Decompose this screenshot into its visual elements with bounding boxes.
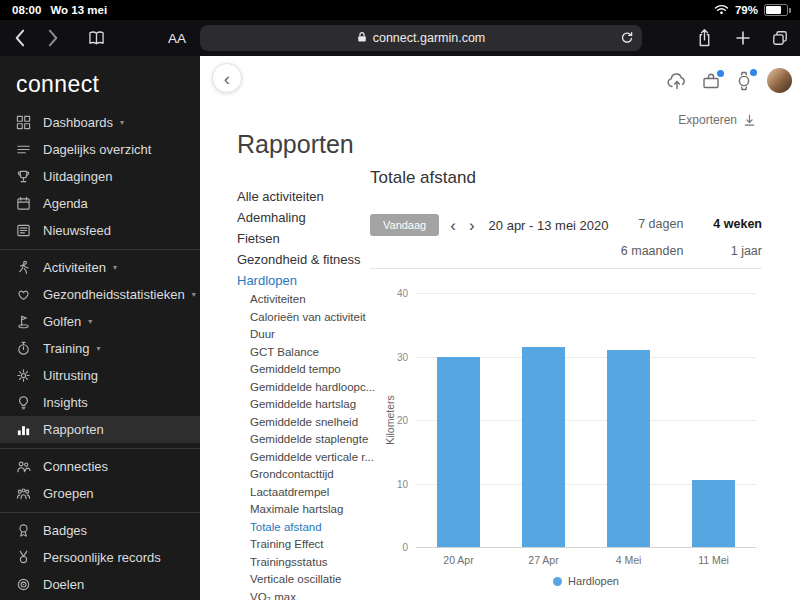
connect-logo: connect xyxy=(0,56,200,109)
report-nav-verticale-oscillatie[interactable]: Verticale oscillatie xyxy=(237,571,371,589)
report-nav-calorie-n-van-activiteit[interactable]: Calorieën van activiteit xyxy=(237,309,371,327)
report-nav-gemiddelde-hardloopc[interactable]: Gemiddelde hardloopc... xyxy=(237,379,371,397)
wifi-icon xyxy=(714,4,729,17)
export-button[interactable]: Exporteren xyxy=(678,113,756,127)
sidebar-item-badges[interactable]: Badges xyxy=(0,517,200,544)
avatar[interactable] xyxy=(767,68,792,93)
golf-icon xyxy=(16,314,32,329)
report-nav-totale-afstand[interactable]: Totale afstand xyxy=(237,519,371,537)
new-tab-icon[interactable] xyxy=(736,31,750,45)
today-button[interactable]: Vandaag xyxy=(370,214,439,236)
sidebar-item-doelen[interactable]: Doelen xyxy=(0,571,200,598)
sidebar-item-activiteiten[interactable]: Activiteiten▾ xyxy=(0,254,200,281)
sidebar-item-label: Nieuwsfeed xyxy=(43,223,111,238)
sidebar-item-label: Training xyxy=(43,341,89,356)
refresh-icon[interactable] xyxy=(620,31,634,45)
range-option-6-maanden[interactable]: 6 maanden xyxy=(621,244,684,258)
browser-back-button[interactable] xyxy=(14,29,25,48)
report-nav-training-effect[interactable]: Training Effect xyxy=(237,536,371,554)
header-icons xyxy=(666,68,792,93)
report-nav-vo-max[interactable]: VO₂ max. xyxy=(237,589,371,600)
chart-legend: Hardlopen xyxy=(416,575,756,587)
text-size-button[interactable]: AA xyxy=(168,31,186,46)
period-controls: Vandaag ‹ › 20 apr - 13 mei 2020 xyxy=(370,214,609,236)
gear-icon xyxy=(16,368,32,383)
runner-icon xyxy=(16,260,32,275)
sidebar-item-agenda[interactable]: Agenda xyxy=(0,190,200,217)
report-nav-hardlopen[interactable]: Hardlopen xyxy=(237,270,371,291)
main-content: ‹ Exporteren Rapporten Alle activiteiten… xyxy=(200,56,800,600)
sidebar-item-label: Gezondheidsstatistieken xyxy=(43,287,185,302)
bookmarks-icon[interactable] xyxy=(88,31,105,46)
sidebar-divider xyxy=(0,249,200,250)
bar-20-apr xyxy=(437,357,480,548)
address-bar[interactable]: connect.garmin.com xyxy=(200,25,642,51)
battery-percent: 79% xyxy=(735,4,758,16)
report-nav-trainingsstatus[interactable]: Trainingsstatus xyxy=(237,554,371,572)
share-icon[interactable] xyxy=(697,29,712,48)
report-nav: Alle activiteitenAdemhalingFietsenGezond… xyxy=(237,186,371,600)
sidebar-item-uitrusting[interactable]: Uitrusting xyxy=(0,362,200,389)
cloud-upload-icon[interactable] xyxy=(666,72,688,90)
y-axis-tick: 20 xyxy=(397,415,408,426)
report-nav-maximale-hartslag[interactable]: Maximale hartslag xyxy=(237,501,371,519)
report-nav-gemiddelde-staplengte[interactable]: Gemiddelde staplengte xyxy=(237,431,371,449)
range-option-7-dagen[interactable]: 7 dagen xyxy=(638,217,683,231)
sidebar-item-connecties[interactable]: Connecties xyxy=(0,453,200,480)
sidebar-item-label: Persoonlijke records xyxy=(43,550,161,565)
sidebar-item-label: Uitdagingen xyxy=(43,169,112,184)
report-nav-lactaatdrempel[interactable]: Lactaatdrempel xyxy=(237,484,371,502)
range-option-4-weken[interactable]: 4 weken xyxy=(713,217,762,231)
browser-forward-button[interactable] xyxy=(48,29,59,48)
range-option-1-jaar[interactable]: 1 jaar xyxy=(731,244,762,258)
connections-icon xyxy=(16,459,32,474)
status-left: 08:00 Wo 13 mei xyxy=(12,4,107,16)
prev-period-button[interactable]: ‹ xyxy=(448,217,458,234)
report-nav-gemiddeld-tempo[interactable]: Gemiddeld tempo xyxy=(237,361,371,379)
report-nav-alle-activiteiten[interactable]: Alle activiteiten xyxy=(237,186,371,207)
sidebar-item-label: Uitrusting xyxy=(43,368,98,383)
sidebar-item-golfen[interactable]: Golfen▾ xyxy=(0,308,200,335)
report-nav-ademhaling[interactable]: Ademhaling xyxy=(237,207,371,228)
report-nav-duur[interactable]: Duur xyxy=(237,326,371,344)
legend-marker xyxy=(553,577,562,586)
y-ticks: 010203040 xyxy=(370,293,408,547)
chevron-down-icon: ▾ xyxy=(88,317,92,326)
sidebar-item-dagelijks-overzicht[interactable]: Dagelijks overzicht xyxy=(0,136,200,163)
next-period-button[interactable]: › xyxy=(467,217,477,234)
notification-dot xyxy=(717,70,724,77)
report-nav-gemiddelde-verticale-r[interactable]: Gemiddelde verticale r... xyxy=(237,449,371,467)
sidebar-item-rapporten[interactable]: Rapporten xyxy=(0,416,200,443)
chevron-down-icon: ▾ xyxy=(120,118,124,127)
chart-section: Totale afstand Vandaag ‹ › 20 apr - 13 m… xyxy=(370,168,762,600)
report-nav-gemiddelde-snelheid[interactable]: Gemiddelde snelheid xyxy=(237,414,371,432)
devices-icon[interactable] xyxy=(701,72,721,90)
sidebar-item-gezondheidsstatistieken[interactable]: Gezondheidsstatistieken▾ xyxy=(0,281,200,308)
sidebar-item-training[interactable]: Training▾ xyxy=(0,335,200,362)
clock: 08:00 xyxy=(12,4,41,16)
sidebar-item-nieuwsfeed[interactable]: Nieuwsfeed xyxy=(0,217,200,244)
sidebar-item-groepen[interactable]: Groepen xyxy=(0,480,200,507)
sidebar-item-insights[interactable]: Insights xyxy=(0,389,200,416)
sidebar-divider xyxy=(0,448,200,449)
date-range: 20 apr - 13 mei 2020 xyxy=(489,218,609,233)
watch-icon[interactable] xyxy=(734,71,754,91)
report-nav-gemiddelde-hartslag[interactable]: Gemiddelde hartslag xyxy=(237,396,371,414)
report-nav-activiteiten[interactable]: Activiteiten xyxy=(237,291,371,309)
daily-summary-icon xyxy=(16,142,32,157)
sidebar-item-persoonlijke-records[interactable]: Persoonlijke records xyxy=(0,544,200,571)
dashboard-icon xyxy=(16,115,32,130)
page-title: Rapporten xyxy=(237,130,354,159)
report-nav-gct-balance[interactable]: GCT Balance xyxy=(237,344,371,362)
insights-icon xyxy=(16,395,32,410)
tabs-icon[interactable] xyxy=(772,30,788,46)
report-nav-fietsen[interactable]: Fietsen xyxy=(237,228,371,249)
sidebar-divider xyxy=(0,512,200,513)
sidebar-item-dashboards[interactable]: Dashboards▾ xyxy=(0,109,200,136)
report-nav-grondcontacttijd[interactable]: Grondcontacttijd xyxy=(237,466,371,484)
back-button[interactable]: ‹ xyxy=(212,63,242,93)
training-icon xyxy=(16,341,32,356)
report-nav-gezondheid-fitness[interactable]: Gezondheid & fitness xyxy=(237,249,371,270)
reports-icon xyxy=(16,422,32,437)
sidebar-item-uitdagingen[interactable]: Uitdagingen xyxy=(0,163,200,190)
